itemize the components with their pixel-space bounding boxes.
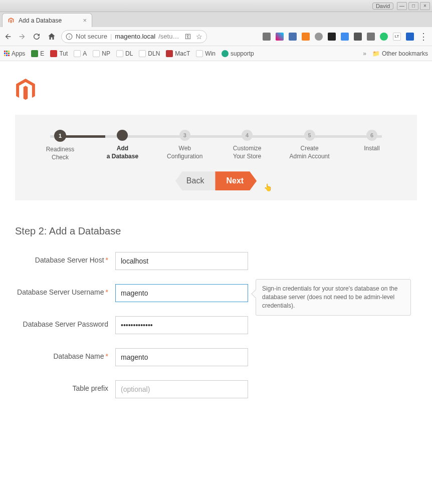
magento-favicon-icon bbox=[8, 17, 15, 24]
section-title: Step 2: Add a Database bbox=[15, 225, 417, 237]
step-admin: 5 CreateAdmin Account bbox=[285, 130, 335, 161]
reload-icon[interactable] bbox=[32, 32, 41, 41]
ext-icon[interactable] bbox=[289, 33, 297, 41]
input-db-password[interactable] bbox=[115, 316, 248, 334]
ext-icon[interactable]: LT bbox=[393, 33, 401, 41]
info-icon: i bbox=[66, 33, 73, 40]
close-icon[interactable]: × bbox=[83, 17, 87, 24]
bookmark-item[interactable]: MacT bbox=[166, 50, 190, 57]
back-button[interactable]: Back bbox=[175, 171, 215, 190]
overflow-chevron-icon[interactable]: » bbox=[363, 50, 366, 57]
magento-logo-icon bbox=[15, 79, 36, 103]
bookmark-item[interactable]: NP bbox=[93, 50, 110, 57]
bookmark-item[interactable]: Win bbox=[196, 50, 215, 57]
step-customize: 4 CustomizeYour Store bbox=[222, 130, 272, 161]
other-bookmarks[interactable]: 📁Other bookmarks bbox=[372, 50, 428, 57]
minimize-button[interactable]: — bbox=[397, 2, 407, 10]
ext-icon[interactable] bbox=[263, 33, 271, 41]
extension-icons: LT ⋮ bbox=[263, 31, 428, 42]
bookmarks-bar: Apps E Tut A NP DL DLN MacT Win supportp… bbox=[0, 46, 432, 61]
ext-icon[interactable] bbox=[328, 33, 336, 41]
ext-icon[interactable] bbox=[276, 33, 284, 41]
row-db-username: Database Server Username* Sign-in creden… bbox=[15, 284, 417, 302]
label-table-prefix: Table prefix bbox=[15, 380, 115, 392]
back-icon[interactable] bbox=[4, 33, 12, 41]
input-db-username[interactable] bbox=[115, 284, 248, 302]
apps-bookmark[interactable]: Apps bbox=[4, 50, 25, 57]
input-db-name[interactable] bbox=[115, 348, 248, 366]
close-window-button[interactable]: × bbox=[420, 2, 430, 10]
input-table-prefix[interactable] bbox=[115, 380, 248, 398]
bookmark-item[interactable]: Tut bbox=[50, 50, 68, 57]
bookmark-item[interactable]: E bbox=[31, 50, 44, 57]
step-install: 6 Install bbox=[347, 130, 397, 161]
ext-icon[interactable] bbox=[315, 33, 323, 41]
cursor-pointer-icon: 👆 bbox=[264, 183, 272, 191]
page-content: 1 ReadinessCheck Adda Database 3 WebConf… bbox=[0, 61, 432, 504]
url-path: /setu… bbox=[158, 33, 179, 40]
step-add-database: Adda Database bbox=[97, 130, 147, 161]
row-db-name: Database Name* bbox=[15, 348, 417, 366]
ext-icon[interactable] bbox=[406, 33, 414, 41]
ext-icon[interactable] bbox=[367, 33, 375, 41]
row-db-host: Database Server Host* bbox=[15, 252, 417, 270]
row-db-password: Database Server Password bbox=[15, 316, 417, 334]
window-titlebar: David — □ × bbox=[0, 0, 432, 12]
step-readiness: 1 ReadinessCheck bbox=[35, 130, 85, 161]
label-db-username: Database Server Username* bbox=[15, 284, 115, 296]
row-table-prefix: Table prefix bbox=[15, 380, 417, 398]
input-db-host[interactable] bbox=[115, 252, 248, 270]
browser-tab[interactable]: Add a Database × bbox=[2, 13, 92, 27]
security-label: Not secure bbox=[76, 33, 107, 40]
tab-title: Add a Database bbox=[19, 17, 79, 24]
browser-tab-strip: Add a Database × bbox=[0, 12, 432, 27]
ext-icon[interactable] bbox=[302, 33, 310, 41]
url-host: magento.local bbox=[115, 33, 155, 40]
browser-toolbar: i Not secure | magento.local/setu… ⚿ ☆ L… bbox=[0, 27, 432, 46]
setup-steps: 1 ReadinessCheck Adda Database 3 WebConf… bbox=[35, 130, 397, 161]
bookmark-item[interactable]: A bbox=[74, 50, 87, 57]
step-web-config: 3 WebConfiguration bbox=[160, 130, 210, 161]
folder-icon: 📁 bbox=[372, 50, 380, 57]
home-icon[interactable] bbox=[47, 32, 56, 41]
next-button[interactable]: Next bbox=[215, 171, 257, 190]
username-tooltip: Sign-in credentials for your store's dat… bbox=[256, 279, 411, 315]
address-bar[interactable]: i Not secure | magento.local/setu… ⚿ ☆ bbox=[61, 30, 207, 43]
svg-text:i: i bbox=[69, 34, 70, 39]
bookmark-item[interactable]: supportp bbox=[222, 50, 254, 57]
bookmark-item[interactable]: DL bbox=[116, 50, 133, 57]
forward-icon[interactable] bbox=[18, 33, 26, 41]
ext-icon[interactable] bbox=[341, 33, 349, 41]
label-db-name: Database Name* bbox=[15, 348, 115, 360]
ext-icon[interactable] bbox=[354, 33, 362, 41]
progress-ribbon: 1 ReadinessCheck Adda Database 3 WebConf… bbox=[15, 115, 417, 200]
logo-row bbox=[15, 79, 417, 105]
ext-icon[interactable] bbox=[380, 33, 388, 41]
label-db-password: Database Server Password bbox=[15, 316, 115, 328]
user-badge: David bbox=[372, 3, 393, 10]
menu-icon[interactable]: ⋮ bbox=[419, 31, 428, 42]
label-db-host: Database Server Host* bbox=[15, 252, 115, 264]
wizard-nav-buttons: Back Next bbox=[35, 171, 397, 190]
maximize-button[interactable]: □ bbox=[408, 2, 418, 10]
bookmark-item[interactable]: DLN bbox=[139, 50, 160, 57]
